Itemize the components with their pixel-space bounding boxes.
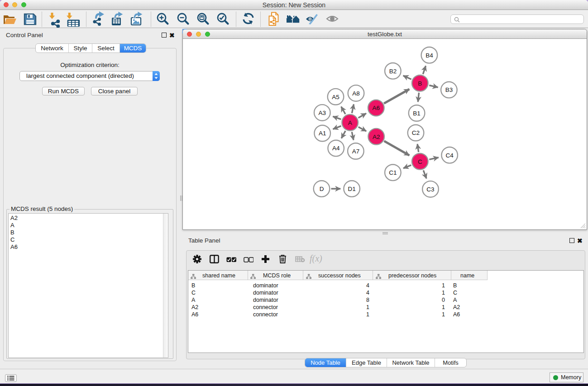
- svg-text:A6: A6: [373, 105, 380, 111]
- svg-text:A3: A3: [319, 110, 326, 116]
- svg-text:A8: A8: [352, 90, 360, 97]
- svg-text:A7: A7: [352, 148, 360, 155]
- svg-text:D: D: [320, 186, 324, 192]
- svg-text:D1: D1: [348, 186, 356, 192]
- svg-text:B3: B3: [445, 86, 453, 93]
- svg-text:B2: B2: [389, 68, 397, 75]
- svg-text:B1: B1: [413, 110, 421, 117]
- svg-text:B4: B4: [425, 52, 433, 59]
- svg-text:C: C: [418, 158, 422, 165]
- svg-text:B: B: [418, 80, 422, 87]
- svg-text:A: A: [348, 119, 352, 126]
- svg-text:A5: A5: [332, 94, 339, 100]
- svg-text:A2: A2: [373, 133, 380, 140]
- svg-text:A4: A4: [332, 145, 340, 152]
- svg-text:A1: A1: [319, 130, 326, 137]
- svg-text:C2: C2: [412, 129, 420, 136]
- svg-text:C3: C3: [426, 186, 434, 193]
- svg-text:C1: C1: [389, 169, 397, 176]
- svg-text:C4: C4: [446, 152, 454, 159]
